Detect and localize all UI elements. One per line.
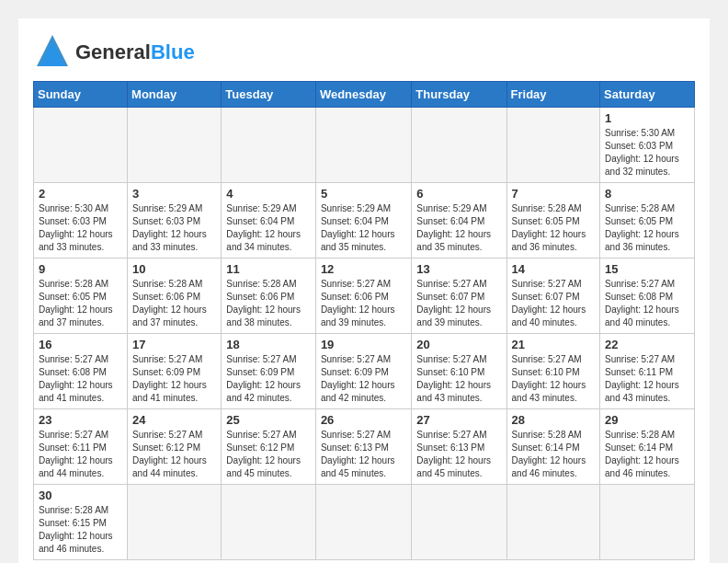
day-number: 18: [226, 338, 311, 351]
calendar-cell: 29Sunrise: 5:28 AM Sunset: 6:14 PM Dayli…: [600, 409, 695, 485]
calendar-cell: [128, 485, 222, 560]
day-number: 17: [132, 338, 216, 351]
calendar-cell: 4Sunrise: 5:29 AM Sunset: 6:04 PM Daylig…: [222, 183, 316, 259]
calendar-cell: 12Sunrise: 5:27 AM Sunset: 6:06 PM Dayli…: [315, 259, 411, 334]
day-info: Sunrise: 5:27 AM Sunset: 6:10 PM Dayligh…: [512, 353, 595, 405]
calendar-week-5: 23Sunrise: 5:27 AM Sunset: 6:11 PM Dayli…: [34, 409, 695, 485]
calendar-cell: 21Sunrise: 5:27 AM Sunset: 6:10 PM Dayli…: [506, 334, 599, 409]
logo-general: General: [75, 40, 151, 63]
day-number: 3: [132, 187, 216, 201]
day-number: 9: [39, 262, 122, 276]
day-info: Sunrise: 5:27 AM Sunset: 6:07 PM Dayligh…: [512, 278, 595, 329]
day-info: Sunrise: 5:27 AM Sunset: 6:13 PM Dayligh…: [416, 429, 501, 480]
weekday-header-sunday: Sunday: [34, 82, 128, 108]
day-info: Sunrise: 5:30 AM Sunset: 6:03 PM Dayligh…: [605, 127, 689, 178]
day-info: Sunrise: 5:27 AM Sunset: 6:09 PM Dayligh…: [132, 353, 216, 405]
day-info: Sunrise: 5:28 AM Sunset: 6:14 PM Dayligh…: [605, 429, 689, 480]
calendar-week-6: 30Sunrise: 5:28 AM Sunset: 6:15 PM Dayli…: [34, 485, 695, 560]
weekday-header-friday: Friday: [506, 82, 599, 108]
day-info: Sunrise: 5:28 AM Sunset: 6:15 PM Dayligh…: [39, 504, 122, 556]
calendar-cell: [412, 108, 506, 183]
calendar-cell: [315, 485, 411, 560]
day-number: 10: [132, 262, 216, 276]
calendar-cell: 22Sunrise: 5:27 AM Sunset: 6:11 PM Dayli…: [600, 334, 695, 409]
calendar-page: GeneralBlue SundayMondayTuesdayWednesday…: [18, 18, 710, 563]
calendar-cell: 5Sunrise: 5:29 AM Sunset: 6:04 PM Daylig…: [315, 183, 411, 259]
calendar-cell: 6Sunrise: 5:29 AM Sunset: 6:04 PM Daylig…: [412, 183, 506, 259]
day-info: Sunrise: 5:27 AM Sunset: 6:08 PM Dayligh…: [39, 353, 122, 405]
day-number: 15: [605, 262, 689, 276]
calendar-week-3: 9Sunrise: 5:28 AM Sunset: 6:05 PM Daylig…: [34, 259, 695, 334]
day-info: Sunrise: 5:27 AM Sunset: 6:10 PM Dayligh…: [416, 353, 501, 405]
day-number: 1: [605, 111, 689, 125]
day-number: 13: [416, 262, 501, 276]
calendar-week-2: 2Sunrise: 5:30 AM Sunset: 6:03 PM Daylig…: [34, 183, 695, 259]
calendar-cell: 20Sunrise: 5:27 AM Sunset: 6:10 PM Dayli…: [412, 334, 506, 409]
calendar-week-1: 1Sunrise: 5:30 AM Sunset: 6:03 PM Daylig…: [34, 108, 695, 183]
calendar-cell: 25Sunrise: 5:27 AM Sunset: 6:12 PM Dayli…: [222, 409, 316, 485]
day-info: Sunrise: 5:27 AM Sunset: 6:09 PM Dayligh…: [226, 353, 311, 405]
weekday-header-saturday: Saturday: [600, 82, 695, 108]
day-number: 16: [39, 338, 122, 351]
calendar-cell: 19Sunrise: 5:27 AM Sunset: 6:09 PM Dayli…: [315, 334, 411, 409]
day-info: Sunrise: 5:28 AM Sunset: 6:14 PM Dayligh…: [512, 429, 595, 480]
day-number: 2: [39, 187, 122, 201]
day-info: Sunrise: 5:29 AM Sunset: 6:04 PM Dayligh…: [226, 202, 311, 254]
weekday-header-monday: Monday: [128, 82, 222, 108]
day-number: 19: [321, 338, 406, 351]
calendar-cell: [506, 108, 599, 183]
day-info: Sunrise: 5:27 AM Sunset: 6:12 PM Dayligh…: [132, 429, 216, 480]
calendar-cell: 8Sunrise: 5:28 AM Sunset: 6:05 PM Daylig…: [600, 183, 695, 259]
weekday-header-tuesday: Tuesday: [222, 82, 316, 108]
calendar-cell: 1Sunrise: 5:30 AM Sunset: 6:03 PM Daylig…: [600, 108, 695, 183]
calendar-cell: [34, 108, 128, 183]
calendar-cell: 13Sunrise: 5:27 AM Sunset: 6:07 PM Dayli…: [412, 259, 506, 334]
day-number: 27: [416, 413, 501, 427]
day-info: Sunrise: 5:29 AM Sunset: 6:03 PM Dayligh…: [132, 202, 216, 254]
day-info: Sunrise: 5:29 AM Sunset: 6:04 PM Dayligh…: [321, 202, 406, 254]
day-info: Sunrise: 5:27 AM Sunset: 6:11 PM Dayligh…: [39, 429, 122, 480]
weekday-header-wednesday: Wednesday: [315, 82, 411, 108]
calendar-cell: 27Sunrise: 5:27 AM Sunset: 6:13 PM Dayli…: [412, 409, 506, 485]
day-number: 21: [512, 338, 595, 351]
page-header: GeneralBlue: [33, 33, 695, 72]
day-info: Sunrise: 5:27 AM Sunset: 6:11 PM Dayligh…: [605, 353, 689, 405]
calendar-cell: 23Sunrise: 5:27 AM Sunset: 6:11 PM Dayli…: [34, 409, 128, 485]
day-number: 5: [321, 187, 406, 201]
day-info: Sunrise: 5:30 AM Sunset: 6:03 PM Dayligh…: [39, 202, 122, 254]
weekday-header-row: SundayMondayTuesdayWednesdayThursdayFrid…: [34, 82, 695, 108]
calendar-cell: [222, 485, 316, 560]
day-info: Sunrise: 5:28 AM Sunset: 6:06 PM Dayligh…: [226, 278, 311, 329]
day-number: 25: [226, 413, 311, 427]
day-number: 7: [512, 187, 595, 201]
day-info: Sunrise: 5:27 AM Sunset: 6:06 PM Dayligh…: [321, 278, 406, 329]
day-number: 12: [321, 262, 406, 276]
day-number: 11: [226, 262, 311, 276]
calendar-cell: 24Sunrise: 5:27 AM Sunset: 6:12 PM Dayli…: [128, 409, 222, 485]
logo: GeneralBlue: [33, 33, 195, 72]
calendar-cell: [412, 485, 506, 560]
calendar-cell: [315, 108, 411, 183]
day-number: 24: [132, 413, 216, 427]
calendar-cell: 15Sunrise: 5:27 AM Sunset: 6:08 PM Dayli…: [600, 259, 695, 334]
day-number: 6: [416, 187, 501, 201]
day-info: Sunrise: 5:28 AM Sunset: 6:05 PM Dayligh…: [605, 202, 689, 254]
day-number: 29: [605, 413, 689, 427]
day-number: 20: [416, 338, 501, 351]
day-info: Sunrise: 5:28 AM Sunset: 6:06 PM Dayligh…: [132, 278, 216, 329]
calendar-table: SundayMondayTuesdayWednesdayThursdayFrid…: [33, 81, 695, 560]
day-number: 14: [512, 262, 595, 276]
calendar-cell: 26Sunrise: 5:27 AM Sunset: 6:13 PM Dayli…: [315, 409, 411, 485]
day-info: Sunrise: 5:27 AM Sunset: 6:07 PM Dayligh…: [416, 278, 501, 329]
logo-blue: Blue: [151, 40, 195, 63]
day-number: 28: [512, 413, 595, 427]
calendar-cell: 7Sunrise: 5:28 AM Sunset: 6:05 PM Daylig…: [506, 183, 599, 259]
calendar-cell: 28Sunrise: 5:28 AM Sunset: 6:14 PM Dayli…: [506, 409, 599, 485]
day-info: Sunrise: 5:27 AM Sunset: 6:08 PM Dayligh…: [605, 278, 689, 329]
calendar-cell: 11Sunrise: 5:28 AM Sunset: 6:06 PM Dayli…: [222, 259, 316, 334]
calendar-cell: [506, 485, 599, 560]
calendar-cell: 3Sunrise: 5:29 AM Sunset: 6:03 PM Daylig…: [128, 183, 222, 259]
day-number: 22: [605, 338, 689, 351]
weekday-header-thursday: Thursday: [412, 82, 506, 108]
day-number: 4: [226, 187, 311, 201]
